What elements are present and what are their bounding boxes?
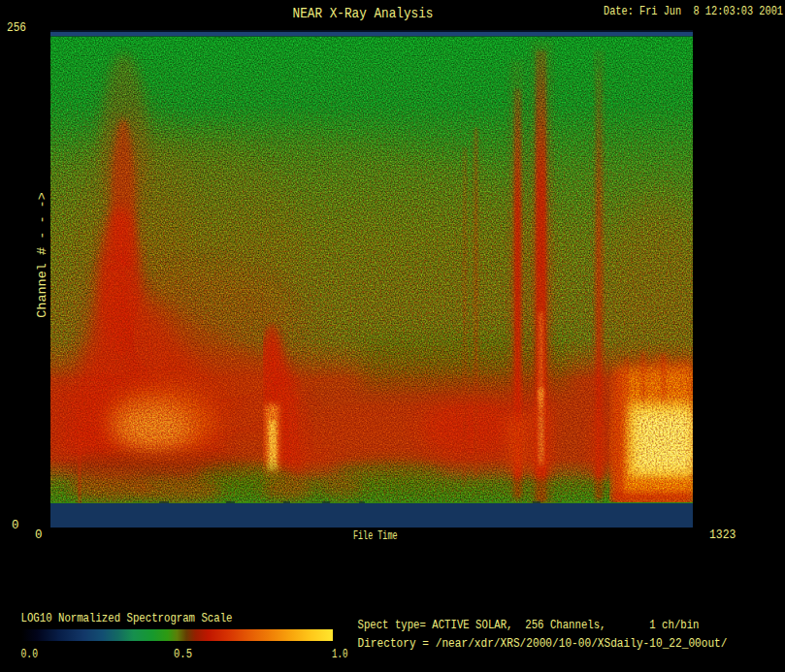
svg-text:Spect type= ACTIVE SOLAR, 256: Spect type= ACTIVE SOLAR, 256 Channels, … xyxy=(358,619,700,632)
svg-text:1.0: 1.0 xyxy=(332,647,348,661)
svg-text:File Time: File Time xyxy=(353,529,398,543)
svg-text:256: 256 xyxy=(7,20,26,35)
svg-text:Directory = /near/xdr/XRS/2000: Directory = /near/xdr/XRS/2000/10-00/XSd… xyxy=(358,637,728,651)
svg-text:1323: 1323 xyxy=(709,528,736,542)
svg-text:Date: Fri Jun 8 12:03:03 2001: Date: Fri Jun 8 12:03:03 2001 xyxy=(604,5,783,18)
svg-text:0: 0 xyxy=(35,528,43,542)
svg-text:NEAR X-Ray Analysis: NEAR X-Ray Analysis xyxy=(293,5,434,22)
svg-text:Channel # - - ->: Channel # - - -> xyxy=(35,192,49,318)
svg-text:0.0: 0.0 xyxy=(21,647,39,661)
svg-text:0.5: 0.5 xyxy=(174,647,192,661)
svg-text:0: 0 xyxy=(12,518,19,532)
svg-text:LOG10 Normalized Spectrogram S: LOG10 Normalized Spectrogram Scale xyxy=(21,611,233,625)
